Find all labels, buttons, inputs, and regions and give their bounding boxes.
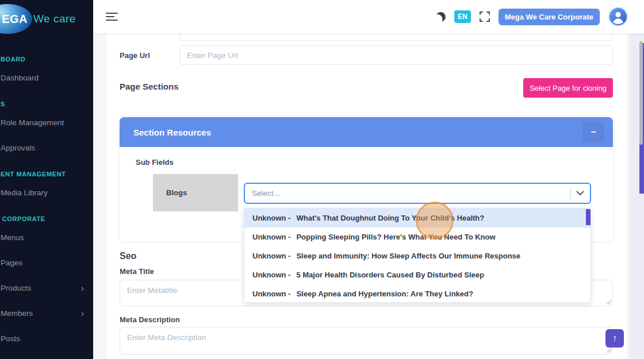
field-name-cell: Blogs bbox=[153, 174, 238, 211]
sidebar-nav-label: Posts bbox=[1, 334, 20, 343]
option-prefix: Unknown - bbox=[252, 271, 290, 279]
account-button[interactable]: Mega We Care Corporate bbox=[499, 9, 600, 25]
sidebar-nav-label: Role Management bbox=[1, 118, 64, 127]
select-placeholder: Select... bbox=[252, 189, 570, 198]
sidebar-nav-label: Media Library bbox=[1, 188, 48, 197]
chevron-right-icon: › bbox=[81, 276, 84, 301]
page-url-label: Page Url bbox=[120, 51, 150, 60]
dropdown-option[interactable]: Unknown - Popping Sleeping Pills? Here's… bbox=[244, 227, 591, 246]
option-title: 5 Major Health Disorders Caused By Distu… bbox=[296, 271, 484, 279]
logo-tagline: We care bbox=[33, 13, 76, 25]
sidebar-nav-label: A CORPORATE bbox=[0, 215, 45, 222]
option-prefix: Unknown - bbox=[252, 233, 290, 241]
option-prefix: Unknown - bbox=[252, 252, 290, 260]
sidebar-nav-entry[interactable]: A CORPORATE › bbox=[0, 213, 93, 225]
dropdown-option[interactable]: Unknown - 5 Major Health Disorders Cause… bbox=[244, 265, 591, 284]
sidebar-nav-label: ENT MANAGEMENT bbox=[1, 171, 66, 177]
select-separator bbox=[570, 188, 571, 199]
seo-title: Seo bbox=[120, 251, 136, 261]
sidebar-nav-entry[interactable]: Members › bbox=[1, 301, 93, 326]
sidebar-nav-label: S bbox=[1, 101, 5, 107]
sub-fields-label: Sub Fields bbox=[136, 158, 174, 167]
chevron-right-icon: › bbox=[81, 301, 84, 326]
sidebar-nav-label: Menus bbox=[1, 233, 24, 242]
user-avatar-icon bbox=[610, 8, 627, 25]
sidebar-nav-entry[interactable]: Role Management › bbox=[1, 110, 93, 136]
sidebar-scrollbar[interactable] bbox=[639, 41, 643, 145]
sidebar-nav-entry[interactable]: Media Library › bbox=[1, 180, 93, 206]
sidebar-nav-entry[interactable]: Dashboard › bbox=[1, 65, 93, 91]
scroll-to-top-button[interactable]: ↑ bbox=[605, 329, 624, 348]
content-card: Page Url Page Sections Select Page for c… bbox=[106, 33, 627, 359]
option-title: Sleep Apnea and Hypertension: Are They L… bbox=[296, 289, 473, 298]
sidebar-nav-label: Pages bbox=[1, 258, 22, 267]
app-window: EGA We care BOARD › Dashboard › S › bbox=[0, 0, 644, 359]
dropdown-option[interactable]: Unknown - Sleep and Immunity: How Sleep … bbox=[244, 246, 591, 265]
sidebar-nav-entry[interactable]: Products › bbox=[1, 276, 93, 301]
logo[interactable]: EGA We care bbox=[0, 0, 93, 39]
page-sections-title: Page Sections bbox=[120, 82, 179, 91]
sidebar-nav-entry[interactable]: BOARD › bbox=[1, 53, 93, 65]
meta-description-input[interactable] bbox=[120, 327, 613, 354]
sidebar-nav-entry[interactable]: Menus › bbox=[1, 225, 93, 250]
sidebar: EGA We care BOARD › Dashboard › S › bbox=[0, 0, 93, 359]
fullscreen-icon[interactable] bbox=[480, 11, 490, 22]
section-resources-header: Section Resources − bbox=[120, 117, 613, 147]
sidebar-nav: BOARD › Dashboard › S › Role Management … bbox=[0, 39, 93, 352]
sidebar-nav-entry[interactable]: Pages › bbox=[1, 250, 93, 276]
sidebar-nav-entry[interactable]: S › bbox=[1, 98, 93, 110]
collapse-button[interactable]: − bbox=[583, 122, 604, 142]
sidebar-nav-entry[interactable]: Posts › bbox=[1, 326, 93, 352]
sidebar-nav-label: BOARD bbox=[1, 56, 25, 63]
dark-mode-icon[interactable] bbox=[436, 12, 446, 22]
top-header: EN Mega We Care Corporate bbox=[93, 0, 644, 33]
sidebar-nav-label: Members bbox=[1, 309, 33, 318]
option-prefix: Unknown - bbox=[252, 289, 290, 298]
mega-logo-ellipse: EGA bbox=[0, 4, 32, 34]
sidebar-nav-entry[interactable]: Approvals › bbox=[1, 136, 93, 161]
meta-description-label: Meta Description bbox=[120, 315, 180, 324]
blogs-select-dropdown: Unknown - What's That Doughnut Doing To … bbox=[244, 208, 591, 303]
select-page-for-cloning-button[interactable]: Select Page for cloning bbox=[523, 78, 613, 98]
page-url-input[interactable] bbox=[179, 45, 613, 65]
meta-title-label: Meta Title bbox=[120, 267, 154, 276]
logo-text: EGA bbox=[2, 13, 28, 26]
section-resources-title: Section Resources bbox=[133, 128, 211, 137]
language-badge[interactable]: EN bbox=[454, 10, 471, 23]
option-title: Popping Sleeping Pills? Here's What You … bbox=[296, 233, 495, 241]
blogs-select[interactable]: Select... bbox=[244, 183, 591, 204]
sidebar-nav-label: Products bbox=[1, 284, 31, 292]
chevron-down-icon[interactable] bbox=[576, 191, 584, 196]
dropdown-scrollbar-thumb[interactable] bbox=[586, 209, 591, 225]
avatar[interactable] bbox=[608, 7, 628, 26]
blogs-label: Blogs bbox=[166, 188, 187, 197]
dropdown-option[interactable]: Unknown - Sleep Apnea and Hypertension: … bbox=[244, 284, 591, 303]
option-title: Sleep and Immunity: How Sleep Affects Ou… bbox=[296, 252, 520, 260]
option-title: What's That Doughnut Doing To Your Child… bbox=[296, 214, 484, 222]
dropdown-option[interactable]: Unknown - What's That Doughnut Doing To … bbox=[244, 209, 591, 227]
sidebar-nav-label: Dashboard bbox=[1, 74, 39, 82]
sidebar-nav-entry[interactable]: ENT MANAGEMENT › bbox=[1, 168, 93, 180]
previous-field-partial[interactable] bbox=[179, 33, 613, 41]
menu-icon[interactable] bbox=[106, 10, 118, 23]
sidebar-nav-label: Approvals bbox=[1, 144, 35, 152]
option-prefix: Unknown - bbox=[252, 214, 290, 222]
